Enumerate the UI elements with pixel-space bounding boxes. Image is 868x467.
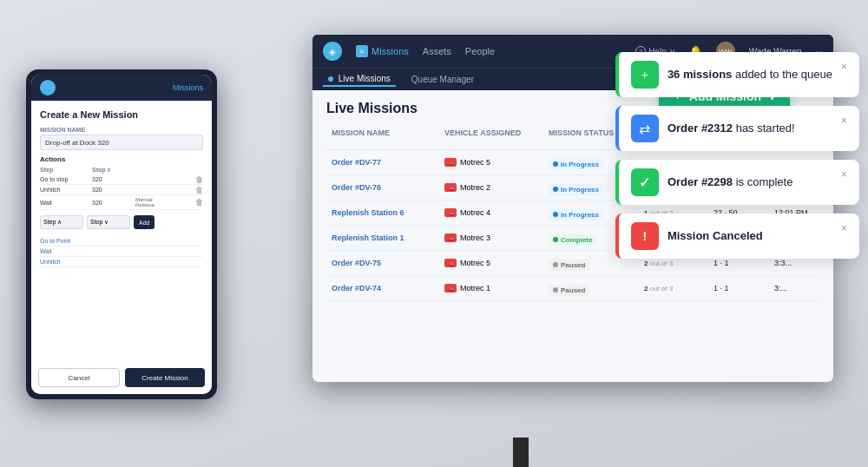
cancel-button[interactable]: Cancel xyxy=(38,368,120,387)
app-logo: ◈ xyxy=(323,42,342,61)
action-row: Wait 320 Manual Release 🗑 xyxy=(40,195,203,210)
tablet-header: Missions xyxy=(31,75,212,101)
started-close-button[interactable]: × xyxy=(841,115,847,127)
missions-icon: ≡ xyxy=(356,45,368,57)
tablet-logo xyxy=(40,80,56,95)
notification-queue: + 36 missions added to the queue × xyxy=(615,52,859,97)
gtp-item: Go to Point xyxy=(40,236,203,247)
gtp-item: Wait xyxy=(40,247,203,257)
complete-notification-icon: ✓ xyxy=(631,168,659,196)
canceled-notification-text: Mission Canceled xyxy=(667,229,832,244)
table-row[interactable]: Order #DV-74 🚗 Motrec 1 Paused 2 out of … xyxy=(326,276,819,301)
nav-people[interactable]: People xyxy=(465,46,495,56)
vehicle-icon: 🚗 xyxy=(444,158,457,167)
gtp-item: Unhitch xyxy=(40,257,203,267)
tablet-nav: Missions xyxy=(173,83,203,92)
action-table-header: Step Stop # xyxy=(40,167,203,173)
action-row: Go to stop 320 🗑 xyxy=(40,174,203,185)
delete-icon[interactable]: 🗑 xyxy=(195,175,203,184)
vehicle-icon: 🚗 xyxy=(444,259,457,267)
live-dot xyxy=(328,76,333,82)
vehicle-icon: 🚗 xyxy=(444,234,457,242)
notification-complete: ✓ Order #2298 is complete × xyxy=(615,160,859,205)
complete-close-button[interactable]: × xyxy=(841,168,847,181)
vehicle-icon: 🚗 xyxy=(444,208,457,217)
notification-canceled: ! Mission Canceled × xyxy=(615,214,859,259)
started-notification-text: Order #2312 has started! xyxy=(667,122,832,136)
complete-notification-text: Order #2298 is complete xyxy=(667,175,832,190)
tablet-footer: Cancel Create Mission xyxy=(31,361,212,394)
monitor-stand xyxy=(473,437,569,467)
vehicle-icon: 🚗 xyxy=(444,284,457,293)
step-select[interactable]: Step ∧ xyxy=(40,215,83,229)
nav-assets[interactable]: Assets xyxy=(423,46,451,56)
queue-notification-text: 36 missions added to the queue xyxy=(667,68,832,82)
notification-started: ⇄ Order #2312 has started! × xyxy=(615,106,859,151)
add-button[interactable]: Add xyxy=(134,215,155,229)
mission-name-label: Mission Name xyxy=(40,127,203,133)
actions-label: Actions xyxy=(40,155,203,163)
nav-missions[interactable]: ≡ Missions xyxy=(356,45,409,57)
mission-name-input[interactable]: Drop-off at Dock 320 xyxy=(40,135,203,150)
tablet-title: Create a New Mission xyxy=(40,109,203,120)
action-row: Unhitch 320 🗑 xyxy=(40,185,203,195)
go-to-point-section: Go to Point Wait Unhitch xyxy=(40,236,203,267)
subnav-live-missions[interactable]: Live Missions xyxy=(323,72,396,87)
vehicle-icon: 🚗 xyxy=(444,183,457,192)
tablet: Missions Create a New Mission Mission Na… xyxy=(26,69,217,399)
stop-select[interactable]: Stop ∨ xyxy=(87,215,130,229)
create-mission-button[interactable]: Create Mission xyxy=(125,368,205,387)
add-step-area: Step ∧ Stop ∨ Add xyxy=(40,215,203,229)
subnav-queue-manager[interactable]: Queue Manager xyxy=(406,73,479,86)
delete-icon[interactable]: 🗑 xyxy=(195,186,203,194)
delete-icon[interactable]: 🗑 xyxy=(195,198,203,207)
canceled-notification-icon: ! xyxy=(631,222,659,250)
queue-close-button[interactable]: × xyxy=(841,61,847,73)
queue-notification-icon: + xyxy=(631,61,659,89)
started-notification-icon: ⇄ xyxy=(631,115,659,142)
canceled-close-button[interactable]: × xyxy=(841,222,847,234)
notifications-container: + 36 missions added to the queue × ⇄ Ord… xyxy=(615,52,859,259)
